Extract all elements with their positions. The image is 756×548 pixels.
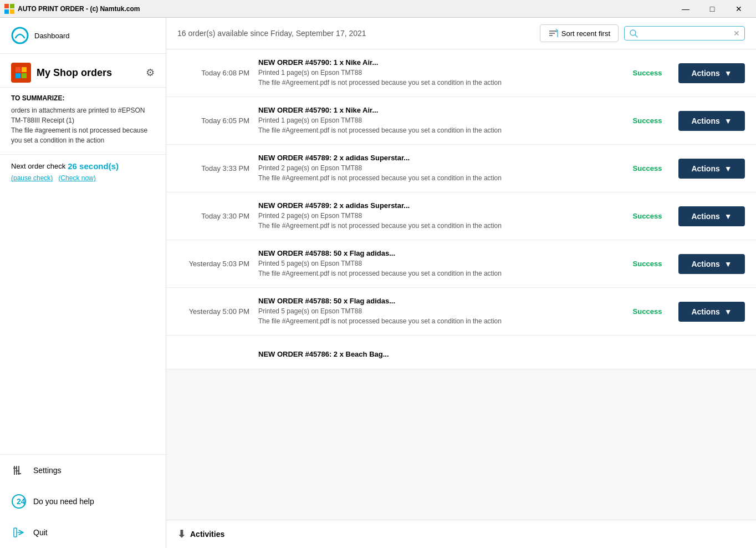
main-content: 16 order(s) available since Friday, Sept…: [166, 18, 756, 548]
quit-label: Quit: [33, 528, 48, 537]
actions-button[interactable]: Actions ▼: [678, 254, 745, 274]
order-info: NEW ORDER #45790: 1 x Nike Air... Printe…: [258, 106, 616, 135]
order-info: NEW ORDER #45789: 2 x adidas Superstar..…: [258, 201, 616, 231]
close-button[interactable]: ✕: [726, 0, 752, 18]
order-info: NEW ORDER #45789: 2 x adidas Superstar..…: [258, 154, 616, 183]
order-status: Success: [625, 260, 670, 268]
order-row: Yesterday 5:03 PM NEW ORDER #45788: 50 x…: [166, 240, 756, 288]
search-icon: [629, 29, 638, 38]
svg-text:24: 24: [17, 497, 25, 506]
order-desc: Printed 1 page(s) on Epson TMT88The file…: [258, 68, 616, 88]
order-status: Success: [625, 307, 670, 316]
countdown-value: 26 second(s): [68, 161, 119, 171]
sidebar-spacer: [0, 189, 166, 454]
sort-button[interactable]: Sort recent first: [540, 24, 619, 42]
order-time: Today 3:30 PM: [177, 212, 249, 220]
settings-gear-button[interactable]: ⚙: [146, 67, 155, 79]
office-icon: [11, 63, 31, 83]
activities-bar[interactable]: ⬇ Activities: [166, 520, 756, 548]
next-check-row: Next order check 26 second(s): [11, 161, 155, 171]
order-time: Yesterday 5:00 PM: [177, 307, 249, 316]
search-input[interactable]: [641, 29, 730, 38]
summary-line-2: The file #agreement is not processed bec…: [11, 125, 155, 145]
search-clear-button[interactable]: ✕: [733, 29, 740, 38]
sort-icon: [548, 28, 558, 38]
order-desc: Printed 5 page(s) on Epson TMT88The file…: [258, 306, 616, 326]
order-status: Success: [625, 69, 670, 77]
order-title: NEW ORDER #45788: 50 x Flag adidas...: [258, 297, 616, 305]
app-logo-icon: [4, 4, 14, 14]
order-info: NEW ORDER #45788: 50 x Flag adidas... Pr…: [258, 297, 616, 326]
sidebar-item-settings[interactable]: Settings: [0, 455, 166, 486]
svg-rect-1: [10, 4, 14, 8]
actions-button[interactable]: Actions ▼: [678, 111, 745, 131]
order-title: NEW ORDER #45790: 1 x Nike Air...: [258, 106, 616, 114]
order-title: NEW ORDER #45790: 1 x Nike Air...: [258, 58, 616, 67]
app-title: AUTO PRINT ORDER - (c) Namtuk.com: [18, 5, 140, 13]
shop-header-left: My Shop orders: [11, 63, 112, 83]
svg-rect-2: [4, 9, 9, 14]
app-body: Dashboard My Shop orders ⚙ TO SUMMARIZE:: [0, 18, 756, 548]
actions-dropdown-icon: ▼: [724, 164, 732, 173]
svg-rect-9: [14, 466, 15, 475]
settings-icon: [11, 463, 27, 478]
order-info: NEW ORDER #45786: 2 x Beach Bag...: [258, 350, 616, 359]
sort-label: Sort recent first: [561, 29, 610, 38]
sidebar-bottom: Settings 24 Do you need help: [0, 454, 166, 548]
help-icon: 24: [11, 494, 27, 509]
next-check-label: Next order check: [11, 162, 65, 170]
toolbar-right: Sort recent first ✕: [540, 24, 745, 42]
actions-dropdown-icon: ▼: [724, 212, 732, 221]
order-time: Today 6:05 PM: [177, 116, 249, 125]
activities-label: Activities: [190, 530, 224, 539]
svg-rect-12: [13, 468, 17, 469]
actions-button[interactable]: Actions ▼: [678, 159, 745, 179]
sidebar: Dashboard My Shop orders ⚙ TO SUMMARIZE:: [0, 18, 166, 548]
sidebar-dashboard[interactable]: Dashboard: [0, 18, 166, 54]
svg-rect-17: [14, 528, 17, 537]
office-logo-icon: [14, 66, 28, 79]
actions-button[interactable]: Actions ▼: [678, 302, 745, 322]
order-title: NEW ORDER #45786: 2 x Beach Bag...: [258, 350, 616, 358]
svg-rect-6: [22, 67, 27, 72]
actions-dropdown-icon: ▼: [724, 69, 732, 78]
settings-label: Settings: [33, 466, 62, 475]
maximize-button[interactable]: □: [699, 0, 725, 18]
pause-check-button[interactable]: (pause check): [11, 174, 53, 182]
svg-rect-8: [22, 73, 27, 78]
order-row: Today 6:05 PM NEW ORDER #45790: 1 x Nike…: [166, 97, 756, 145]
svg-rect-3: [10, 9, 14, 14]
orders-count: 16 order(s) available since Friday, Sept…: [177, 29, 366, 38]
order-time: Today 6:08 PM: [177, 69, 249, 77]
svg-rect-13: [16, 470, 19, 471]
order-title: NEW ORDER #45789: 2 x adidas Superstar..…: [258, 154, 616, 162]
title-bar: AUTO PRINT ORDER - (c) Namtuk.com — □ ✕: [0, 0, 756, 18]
svg-rect-5: [16, 67, 21, 72]
order-status: Success: [625, 116, 670, 125]
order-status: Success: [625, 164, 670, 172]
order-title: NEW ORDER #45788: 50 x Flag adidas...: [258, 249, 616, 257]
order-row: NEW ORDER #45786: 2 x Beach Bag... Actio…: [166, 336, 756, 369]
sidebar-item-help[interactable]: 24 Do you need help: [0, 486, 166, 517]
sidebar-item-quit[interactable]: Quit: [0, 517, 166, 548]
help-label: Do you need help: [33, 497, 94, 506]
summary-label: TO SUMMARIZE:: [11, 94, 155, 102]
title-bar-controls: — □ ✕: [673, 0, 752, 18]
main-toolbar: 16 order(s) available since Friday, Sept…: [166, 18, 756, 49]
next-check: Next order check 26 second(s) (pause che…: [0, 155, 166, 189]
minimize-button[interactable]: —: [673, 0, 698, 18]
order-time: Today 3:33 PM: [177, 164, 249, 172]
order-desc: Printed 2 page(s) on Epson TMT88The file…: [258, 163, 616, 183]
actions-button[interactable]: Actions ▼: [678, 63, 745, 83]
dashboard-icon: [11, 27, 29, 44]
actions-button[interactable]: Actions ▼: [678, 206, 745, 226]
dashboard-label: Dashboard: [34, 32, 70, 40]
order-info: NEW ORDER #45788: 50 x Flag adidas... Pr…: [258, 249, 616, 278]
svg-rect-0: [4, 4, 9, 8]
order-info: NEW ORDER #45790: 1 x Nike Air... Printe…: [258, 58, 616, 88]
shop-title: My Shop orders: [37, 67, 112, 79]
check-now-button[interactable]: (Check now): [58, 174, 95, 182]
order-desc: Printed 5 page(s) on Epson TMT88The file…: [258, 258, 616, 278]
order-time: Yesterday 5:03 PM: [177, 260, 249, 268]
actions-dropdown-icon: ▼: [724, 116, 732, 125]
